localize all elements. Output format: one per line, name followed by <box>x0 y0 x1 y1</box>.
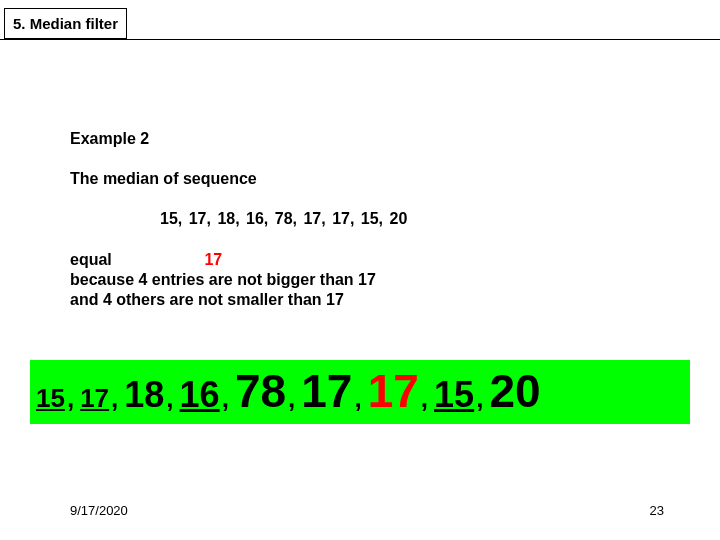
separator: , <box>109 383 124 414</box>
big-number: 18 <box>124 374 164 416</box>
slide: 5. Median filter Example 2 The median of… <box>0 0 720 540</box>
slide-footer: 9/17/2020 23 <box>0 503 720 518</box>
content-area: Example 2 The median of sequence 15, 17,… <box>0 130 720 310</box>
separator: , <box>352 383 367 414</box>
separator: , <box>286 383 301 414</box>
big-number: 17 <box>80 383 109 414</box>
big-number: 17 <box>301 364 352 418</box>
footer-page-number: 23 <box>650 503 664 518</box>
equal-value: 17 <box>204 251 222 268</box>
big-number: 20 <box>489 364 540 418</box>
big-number: 15 <box>434 374 474 416</box>
intro-text: The median of sequence <box>70 170 650 188</box>
big-number: 15 <box>36 383 65 414</box>
separator: , <box>164 383 179 414</box>
title-divider <box>0 39 720 40</box>
footer-date: 9/17/2020 <box>70 503 128 518</box>
explanation-block: equal 17 because 4 entries are not bigge… <box>70 250 650 310</box>
equal-label: equal <box>70 250 200 270</box>
page-title: 5. Median filter <box>4 8 127 39</box>
separator: , <box>65 383 80 414</box>
explain-line-3: and 4 others are not smaller than 17 <box>70 290 650 310</box>
separator: , <box>220 383 235 414</box>
big-number: 17 <box>368 364 419 418</box>
big-number: 16 <box>180 374 220 416</box>
highlighted-sequence: 15,17,18,16,78,17,17,15,20 <box>30 360 690 424</box>
big-number: 78 <box>235 364 286 418</box>
separator: , <box>474 383 489 414</box>
explain-line-2: because 4 entries are not bigger than 17 <box>70 270 650 290</box>
example-heading: Example 2 <box>70 130 650 148</box>
separator: , <box>419 383 434 414</box>
sequence-text: 15, 17, 18, 16, 78, 17, 17, 15, 20 <box>70 210 650 228</box>
